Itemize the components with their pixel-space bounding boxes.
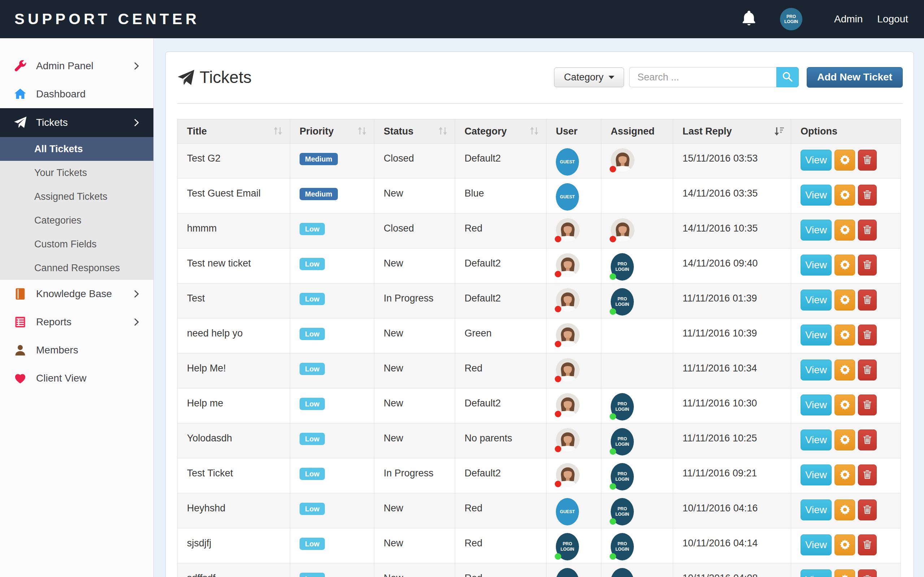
prologin-avatar[interactable]: PROLOGIN xyxy=(611,393,634,421)
prologin-avatar[interactable]: PROLOGIN xyxy=(556,568,579,577)
prologin-avatar[interactable]: PROLOGIN xyxy=(611,428,634,456)
settings-button[interactable] xyxy=(835,464,855,485)
view-button[interactable]: View xyxy=(801,324,832,345)
delete-button[interactable] xyxy=(858,464,877,485)
priority-badge: Low xyxy=(300,223,325,235)
sidebar-item-client-view[interactable]: Client View xyxy=(0,364,153,392)
settings-button[interactable] xyxy=(835,359,855,380)
ticket-assigned: PROLOGIN xyxy=(601,563,673,577)
add-new-ticket-button[interactable]: Add New Ticket xyxy=(807,67,903,88)
settings-button[interactable] xyxy=(835,429,855,450)
column-header-status[interactable]: Status xyxy=(374,119,455,143)
submenu-item-categories[interactable]: Categories xyxy=(0,208,153,232)
delete-button[interactable] xyxy=(858,534,877,555)
admin-user-link[interactable]: Admin xyxy=(834,13,863,25)
submenu-item-your-tickets[interactable]: Your Tickets xyxy=(0,161,153,185)
view-button[interactable]: View xyxy=(801,534,832,555)
guest-avatar[interactable]: GUEST xyxy=(556,498,579,525)
navbar-user-avatar[interactable]: PRO LOGIN xyxy=(780,8,802,30)
view-button[interactable]: View xyxy=(801,464,832,485)
wrench-icon xyxy=(14,60,27,73)
ticket-status: New xyxy=(374,318,455,353)
prologin-avatar[interactable]: PROLOGIN xyxy=(611,568,634,577)
view-button[interactable]: View xyxy=(801,185,832,206)
prologin-avatar[interactable]: PROLOGIN xyxy=(611,288,634,316)
delete-button[interactable] xyxy=(858,500,877,521)
view-button[interactable]: View xyxy=(801,220,832,240)
sort-icon xyxy=(272,125,284,137)
settings-button[interactable] xyxy=(835,185,855,206)
sidebar-item-members[interactable]: Members xyxy=(0,336,153,364)
user-photo-avatar[interactable] xyxy=(556,218,580,242)
user-photo-avatar[interactable] xyxy=(611,218,635,242)
settings-button[interactable] xyxy=(835,500,855,521)
delete-button[interactable] xyxy=(858,220,877,240)
submenu-item-assigned-tickets[interactable]: Assigned Tickets xyxy=(0,185,153,208)
submenu-item-canned-responses[interactable]: Canned Responses xyxy=(0,256,153,280)
user-photo-avatar[interactable] xyxy=(556,463,580,487)
settings-button[interactable] xyxy=(835,290,855,311)
delete-button[interactable] xyxy=(858,185,877,206)
delete-button[interactable] xyxy=(858,324,877,345)
guest-avatar[interactable]: GUEST xyxy=(556,148,579,176)
view-button[interactable]: View xyxy=(801,359,832,380)
view-button[interactable]: View xyxy=(801,150,832,171)
logout-link[interactable]: Logout xyxy=(877,13,908,25)
sidebar-item-reports[interactable]: Reports xyxy=(0,308,153,336)
settings-button[interactable] xyxy=(835,150,855,171)
delete-button[interactable] xyxy=(858,395,877,416)
sidebar-item-label: Knowledge Base xyxy=(36,288,132,300)
user-photo-avatar[interactable] xyxy=(556,288,580,312)
settings-button[interactable] xyxy=(835,255,855,276)
settings-button[interactable] xyxy=(835,324,855,345)
notifications-bell-icon[interactable] xyxy=(741,10,758,28)
delete-button[interactable] xyxy=(858,255,877,276)
view-button[interactable]: View xyxy=(801,255,832,276)
sidebar-item-dashboard[interactable]: Dashboard xyxy=(0,80,153,108)
delete-button[interactable] xyxy=(858,290,877,311)
settings-button[interactable] xyxy=(835,569,855,577)
user-photo-avatar[interactable] xyxy=(556,428,580,452)
offline-status-dot xyxy=(555,446,561,452)
category-filter-button[interactable]: Category xyxy=(554,68,624,87)
submenu-item-all-tickets[interactable]: All Tickets xyxy=(0,137,153,161)
prologin-avatar[interactable]: PROLOGIN xyxy=(611,463,634,490)
view-button[interactable]: View xyxy=(801,429,832,450)
guest-avatar[interactable]: GUEST xyxy=(556,183,579,211)
prologin-avatar[interactable]: PROLOGIN xyxy=(611,498,634,525)
search-input[interactable] xyxy=(629,67,776,87)
column-header-title[interactable]: Title xyxy=(178,119,290,143)
prologin-avatar[interactable]: PROLOGIN xyxy=(556,533,579,561)
column-header-category[interactable]: Category xyxy=(455,119,546,143)
table-row: Test Guest EmailMediumNewBlueGUEST14/11/… xyxy=(178,179,901,213)
column-header-priority[interactable]: Priority xyxy=(290,119,374,143)
submenu-item-custom-fields[interactable]: Custom Fields xyxy=(0,232,153,256)
prologin-avatar[interactable]: PROLOGIN xyxy=(611,533,634,561)
user-photo-avatar[interactable] xyxy=(556,358,580,382)
delete-button[interactable] xyxy=(858,359,877,380)
prologin-avatar[interactable]: PROLOGIN xyxy=(611,253,634,280)
settings-button[interactable] xyxy=(835,395,855,416)
category-filter-label: Category xyxy=(564,72,604,83)
view-button[interactable]: View xyxy=(801,395,832,416)
delete-button[interactable] xyxy=(858,150,877,171)
view-button[interactable]: View xyxy=(801,290,832,311)
settings-button[interactable] xyxy=(835,534,855,555)
ticket-priority: Low xyxy=(290,213,374,248)
ticket-status: New xyxy=(374,423,455,458)
delete-button[interactable] xyxy=(858,429,877,450)
user-photo-avatar[interactable] xyxy=(556,323,580,347)
settings-button[interactable] xyxy=(835,220,855,240)
user-photo-avatar[interactable] xyxy=(556,253,580,277)
search-button[interactable] xyxy=(776,67,799,87)
view-button[interactable]: View xyxy=(801,569,832,577)
sidebar-item-tickets[interactable]: Tickets xyxy=(0,108,153,137)
user-photo-avatar[interactable] xyxy=(611,148,635,172)
sidebar-item-knowledge-base[interactable]: Knowledge Base xyxy=(0,280,153,308)
column-header-last-reply[interactable]: Last Reply xyxy=(673,119,791,143)
user-photo-avatar[interactable] xyxy=(556,393,580,417)
ticket-options: View xyxy=(791,143,901,179)
delete-button[interactable] xyxy=(858,569,877,577)
view-button[interactable]: View xyxy=(801,500,832,521)
sidebar-item-admin-panel[interactable]: Admin Panel xyxy=(0,52,153,80)
